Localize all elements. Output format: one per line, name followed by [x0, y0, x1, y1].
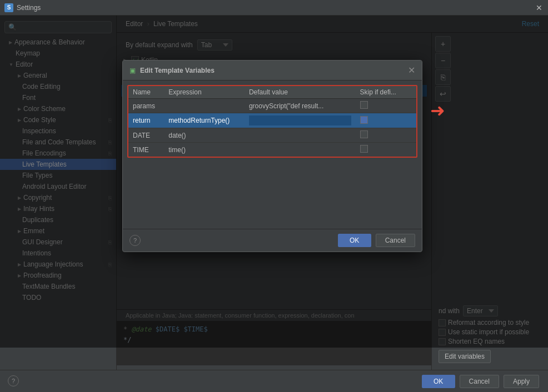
cell-name: params: [128, 99, 164, 113]
ok-button[interactable]: OK: [422, 375, 455, 388]
scroll-cell: [407, 113, 416, 128]
window-title: Settings: [17, 4, 41, 12]
modal-empty-space: [127, 158, 417, 224]
bottom-help-button[interactable]: ?: [8, 375, 19, 386]
help-button[interactable]: ?: [129, 235, 141, 246]
table-header-row: Name Expression Default value Skip if de…: [128, 86, 416, 99]
table-row-params[interactable]: params groovyScript("def result...: [128, 99, 416, 113]
cell-name: TIME: [128, 143, 164, 157]
cell-skip: [356, 128, 407, 143]
col-expression: Expression: [164, 86, 245, 99]
modal-icon: ▣: [129, 67, 136, 74]
cell-default: [245, 128, 356, 143]
skip-checkbox-date[interactable]: [360, 130, 368, 138]
cell-expression: methodReturnType(): [164, 113, 245, 128]
modal-title: Edit Template Variables: [140, 67, 215, 74]
default-value-input-return[interactable]: [249, 115, 351, 125]
scroll-cell: [407, 143, 416, 157]
bottom-bar: OK Cancel Apply ?: [0, 370, 548, 392]
titlebar: S Settings ✕: [0, 0, 548, 16]
variables-table: Name Expression Default value Skip if de…: [128, 86, 416, 157]
skip-checkbox-time[interactable]: [360, 145, 368, 153]
cell-expression: [164, 99, 245, 113]
red-arrow-icon: ➜: [430, 102, 445, 119]
table-row-return[interactable]: return methodReturnType(): [128, 113, 416, 128]
variables-table-container: Name Expression Default value Skip if de…: [127, 85, 417, 158]
col-name: Name: [128, 86, 164, 99]
cancel-button[interactable]: Cancel: [460, 375, 499, 388]
cell-expression: date(): [164, 128, 245, 143]
annotation-arrow: ➜: [430, 102, 445, 119]
cell-name: DATE: [128, 128, 164, 143]
cell-default: [245, 143, 356, 157]
app-icon: S: [4, 3, 13, 12]
modal-cancel-button[interactable]: Cancel: [376, 234, 415, 247]
table-row-time[interactable]: TIME time(): [128, 143, 416, 157]
edit-template-variables-modal: ▣ Edit Template Variables ✕ Name Express…: [122, 60, 422, 252]
cell-skip: [356, 143, 407, 157]
cell-skip: [356, 113, 407, 128]
cell-default: [245, 113, 356, 128]
edit-variables-container: Edit variables: [439, 350, 541, 363]
apply-button[interactable]: Apply: [504, 375, 539, 388]
cell-expression: time(): [164, 143, 245, 157]
cell-default: groovyScript("def result...: [245, 99, 356, 113]
modal-close-button[interactable]: ✕: [408, 65, 415, 76]
modal-body: Name Expression Default value Skip if de…: [123, 81, 422, 229]
scroll-col: [407, 86, 416, 99]
cell-skip: [356, 99, 407, 113]
modal-ok-button[interactable]: OK: [338, 234, 371, 247]
table-row-date[interactable]: DATE date(): [128, 128, 416, 143]
cell-name: return: [128, 113, 164, 128]
col-skip: Skip if defi...: [356, 86, 407, 99]
edit-variables-button[interactable]: Edit variables: [439, 350, 491, 363]
skip-checkbox-params[interactable]: [360, 101, 368, 109]
modal-footer: ? OK Cancel: [123, 229, 422, 252]
close-button[interactable]: ✕: [535, 3, 544, 12]
modal-header: ▣ Edit Template Variables ✕: [123, 61, 422, 81]
col-default-value: Default value: [245, 86, 356, 99]
modal-overlay: ▣ Edit Template Variables ✕ Name Express…: [0, 16, 548, 348]
scroll-cell: [407, 128, 416, 143]
skip-checkbox-return[interactable]: [360, 116, 368, 124]
scroll-cell: [407, 99, 416, 113]
